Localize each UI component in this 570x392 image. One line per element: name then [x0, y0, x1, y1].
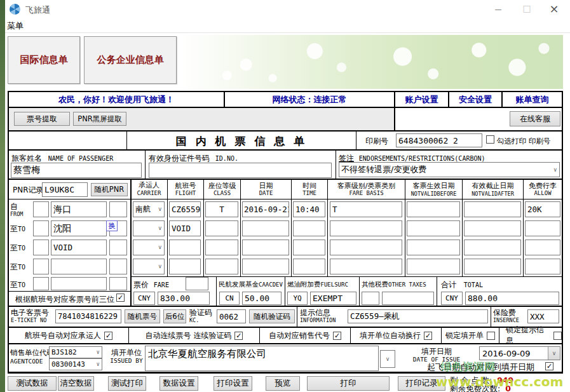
option-auto-agent[interactable]: 自动对应销售代号 ✓	[260, 328, 351, 343]
city-code-box[interactable]	[33, 277, 49, 290]
menu-item-caidan[interactable]: 菜单	[7, 20, 24, 32]
agent-code-combo-2[interactable]: 08300143 ∨	[49, 358, 102, 370]
random-ticket-button[interactable]: 随机票号	[125, 309, 160, 323]
option-serial-ticket[interactable]: 自动连续票号 连续验证码 ✓	[129, 328, 260, 343]
total-currency-box[interactable]: CNY	[441, 292, 463, 305]
city-code-box[interactable]	[33, 259, 49, 274]
test-print-button[interactable]: 测试打印	[108, 376, 146, 391]
option-auto-carrier[interactable]: 航班号自动对应承运人 ✓	[9, 328, 129, 343]
to-city-input[interactable]	[51, 259, 107, 274]
biz-enterprise-info-button[interactable]: 公务企业信息单	[84, 36, 177, 84]
pnr-screen-extract-button[interactable]: PNR黑屏提取	[73, 112, 126, 126]
other-taxes-amount-box[interactable]	[382, 292, 434, 305]
passenger-name-input[interactable]: 蔡雪梅	[11, 163, 142, 178]
fare-basis-input-3[interactable]	[330, 240, 402, 255]
fare-basis-input-4[interactable]	[330, 259, 402, 274]
nva-input-2[interactable]	[464, 220, 521, 236]
carrier-combo-3[interactable]: ∨	[133, 240, 165, 255]
fare-currency-box[interactable]: CNY	[133, 292, 155, 305]
preview-button[interactable]: 预览	[266, 376, 300, 391]
time-input-3[interactable]	[293, 240, 325, 255]
class-input-2[interactable]	[205, 220, 238, 236]
class-input-4[interactable]	[205, 259, 238, 274]
city-extra-box[interactable]	[109, 259, 127, 274]
print-record-button[interactable]: 打印记录	[398, 376, 445, 391]
city-extra-box[interactable]	[109, 277, 127, 290]
random-verify-button[interactable]: 随机验证码	[249, 309, 295, 323]
nva-input-4[interactable]	[464, 259, 521, 274]
nva-input-1[interactable]	[464, 201, 521, 217]
swap-cities-button[interactable]: 换	[106, 220, 118, 231]
fuel-amount-box[interactable]: EXEMPT	[310, 292, 356, 305]
print-button[interactable]: 打印	[307, 376, 390, 391]
option-issuer-wrap[interactable]: 填开单位自动换行 ✓	[351, 328, 442, 343]
online-service-button[interactable]: 在线客服	[510, 111, 560, 126]
to-city-input[interactable]: 沈阳	[51, 220, 107, 236]
date-input-2[interactable]	[242, 220, 289, 236]
print-no-input[interactable]: 6484300062 2	[396, 133, 482, 147]
city-code-box[interactable]	[33, 220, 49, 236]
nvb-input-4[interactable]	[407, 259, 460, 274]
agent-code-combo-1[interactable]: BJS182 ∨	[49, 346, 102, 358]
fare-basis-input-2[interactable]	[330, 220, 402, 236]
data-settings-button[interactable]: 数据设置	[159, 376, 198, 391]
last6-button[interactable]: 后6位	[163, 309, 186, 323]
flight-input-3[interactable]	[169, 240, 201, 255]
allow-input-3[interactable]	[525, 240, 560, 255]
carrier-combo-4[interactable]: ∨	[133, 259, 165, 274]
print-settings-button[interactable]: 打印设置	[214, 376, 252, 391]
class-input-1[interactable]: T	[205, 201, 238, 217]
verify-code-input[interactable]: 0062	[217, 309, 246, 323]
nva-input-3[interactable]	[464, 240, 521, 255]
allow-input-1[interactable]: 20K	[525, 201, 560, 217]
carrier-combo-1[interactable]: 南航 ∨	[133, 201, 165, 217]
fare-amount-box[interactable]: 830.00	[158, 292, 210, 305]
account-settings-link[interactable]: 账户设置	[394, 92, 448, 107]
issued-by-input[interactable]: 北京华夏航空服务有限公司	[145, 346, 379, 371]
dropdown-button[interactable]: ∨	[548, 347, 560, 360]
fare-basis-input-1[interactable]: T	[330, 201, 402, 217]
intl-info-button[interactable]: 国际信息单	[8, 36, 80, 84]
issued-by-dropdown-box[interactable]: ∨	[380, 350, 395, 368]
allow-input-2[interactable]	[525, 220, 560, 236]
maximize-button[interactable]: □	[519, 1, 534, 15]
time-input-1[interactable]: 10:40	[293, 201, 325, 217]
caac-amount-box[interactable]: 50.00	[242, 292, 282, 305]
billing-query-link[interactable]: 账单查询	[501, 92, 562, 107]
auto-date-checkbox[interactable]: ✓	[545, 362, 553, 370]
clear-data-button[interactable]: 清空数据	[58, 376, 94, 391]
class-input-3[interactable]	[205, 240, 238, 255]
caac-code-box[interactable]: CN	[219, 292, 240, 305]
to-city-input[interactable]	[51, 277, 107, 290]
other-taxes-code-box[interactable]	[362, 292, 379, 305]
to-city-input[interactable]: VOID	[51, 240, 107, 255]
close-button[interactable]: ×	[546, 1, 562, 16]
fuel-code-box[interactable]: YQ	[287, 292, 308, 305]
date-input-1[interactable]: 2016-09-21	[242, 201, 289, 217]
endorsement-combo[interactable]: 不得签转退票/变更收费 ∨	[339, 162, 560, 177]
flight-input-4[interactable]	[169, 259, 201, 274]
insurance-input[interactable]: XXX	[527, 309, 559, 323]
fare-extra-box[interactable]	[186, 277, 208, 290]
id-card-input[interactable]	[149, 163, 332, 178]
time-input-2[interactable]	[293, 220, 325, 236]
city-code-box[interactable]	[33, 201, 49, 217]
eticket-number-input[interactable]: 7841034816229	[55, 309, 121, 323]
minimize-button[interactable]: —	[491, 3, 506, 15]
ticket-map-checkbox[interactable]: ✓	[116, 294, 125, 302]
nvb-input-3[interactable]	[407, 240, 460, 255]
random-pnr-button[interactable]: 随机PNR	[91, 183, 128, 196]
date-input-4[interactable]	[242, 259, 289, 274]
city-code-box[interactable]	[33, 240, 49, 255]
from-city-input[interactable]: 海口	[51, 201, 107, 217]
allow-input-4[interactable]	[525, 259, 560, 274]
nvb-input-2[interactable]	[407, 220, 460, 236]
flight-input-1[interactable]: CZ6559	[169, 201, 201, 217]
carrier-combo-2[interactable]: ∨	[133, 220, 165, 236]
flight-input-2[interactable]: VOID	[169, 220, 201, 236]
time-input-4[interactable]	[293, 259, 325, 274]
pnr-input[interactable]: L9UK8C	[42, 182, 88, 197]
city-extra-box[interactable]	[109, 201, 127, 217]
security-settings-link[interactable]: 安全设置	[448, 92, 501, 107]
date-input-3[interactable]	[242, 240, 289, 255]
